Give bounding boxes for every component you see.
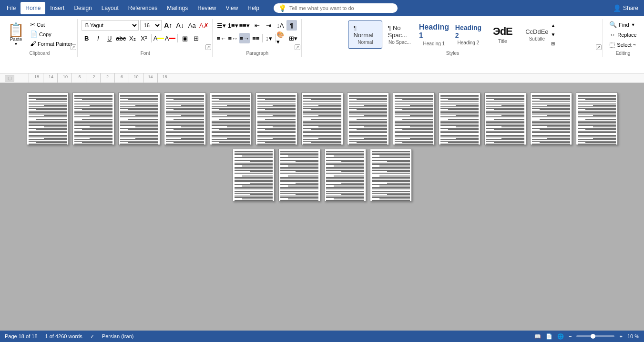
format-painter-button[interactable]: 🖌 Format Painter [28, 39, 74, 48]
cut-button[interactable]: ✂ Cut [28, 20, 74, 29]
subscript-button[interactable]: X₂ [127, 33, 138, 43]
change-case-button[interactable]: Aa [187, 20, 197, 31]
menu-references[interactable]: References [123, 2, 162, 14]
zoom-in-icon[interactable]: + [619, 333, 622, 339]
font-size-select[interactable]: 16 [140, 20, 162, 31]
superscript-button[interactable]: X² [139, 33, 149, 43]
style-nospace[interactable]: ¶ No Spac... No Spac... [382, 21, 417, 49]
style-nospace-label: No Spac... [388, 40, 411, 45]
align-center-button[interactable]: ≡↔ [228, 33, 238, 43]
page-thumbnail[interactable] [576, 93, 618, 145]
search-input[interactable] [289, 5, 385, 11]
increase-indent-button[interactable]: ⇥ [264, 20, 274, 31]
page-thumbnail[interactable] [324, 149, 366, 201]
font-name-select[interactable]: B Yagut [82, 20, 139, 31]
style-heading2[interactable]: Heading 2 Heading 2 [451, 21, 485, 49]
underline-button[interactable]: U [104, 33, 115, 43]
lightbulb-icon: 💡 [278, 4, 286, 12]
shading-para-button[interactable]: 🎨▾ [276, 33, 287, 43]
style-title[interactable]: ЭdЕ Title [485, 21, 520, 49]
page-thumbnail[interactable] [210, 93, 252, 145]
ruler-toggle[interactable]: ▢ [5, 75, 14, 82]
font-expand[interactable]: ↗ [205, 44, 211, 50]
strikethrough-button[interactable]: abc [116, 33, 126, 43]
language[interactable]: Persian (Iran) [102, 333, 134, 339]
numbering-button[interactable]: 1≡▾ [228, 20, 238, 31]
spell-check-icon[interactable]: ✓ [90, 333, 94, 340]
page-thumbnail[interactable] [370, 149, 412, 201]
text-highlight-button[interactable]: A [153, 33, 164, 43]
page-thumbnail[interactable] [27, 93, 69, 145]
print-layout-icon[interactable]: 📄 [546, 333, 552, 340]
multilevel-button[interactable]: ≡≡▾ [239, 20, 250, 31]
line-spacing-button[interactable]: ↕▾ [264, 33, 274, 43]
clipboard-expand[interactable]: ↗ [71, 44, 76, 50]
clipboard-actions: ✂ Cut 📄 Copy 🖌 Format Painter [28, 20, 74, 49]
borders-button[interactable]: ⊞ [191, 33, 202, 43]
sort-button[interactable]: ↕A [275, 20, 286, 31]
paragraph-expand[interactable]: ↗ [295, 44, 300, 50]
page-thumbnail[interactable] [164, 93, 206, 145]
paste-button[interactable]: 📋 Paste ▼ [5, 20, 27, 49]
style-subtitle[interactable]: CcDdEe Subtitle [520, 21, 548, 49]
italic-button[interactable]: I [93, 33, 103, 43]
decrease-indent-button[interactable]: ⇤ [252, 20, 263, 31]
paragraph-label: Paragraph [214, 51, 301, 56]
page-thumbnail[interactable] [301, 93, 343, 145]
style-heading1[interactable]: Heading 1 Heading 1 [417, 21, 451, 49]
align-right-button[interactable]: ≡→ [239, 33, 250, 43]
page-thumbnail[interactable] [72, 93, 114, 145]
find-button[interactable]: 🔍 Find ▼ [607, 20, 637, 29]
styles-expand[interactable]: ⊞ [549, 40, 557, 48]
page-thumbnail[interactable] [393, 93, 435, 145]
menu-insert[interactable]: Insert [45, 2, 69, 14]
menu-home[interactable]: Home [20, 2, 45, 14]
select-button[interactable]: ⬚ Select ~ [607, 40, 638, 49]
font-color-button[interactable]: A [165, 33, 175, 43]
borders-para-button[interactable]: ⊞▾ [288, 33, 298, 43]
menu-view[interactable]: View [221, 2, 243, 14]
read-mode-icon[interactable]: 📖 [534, 333, 541, 340]
menu-design[interactable]: Design [69, 2, 96, 14]
shading-button[interactable]: ▣ [180, 33, 190, 43]
zoom-out-icon[interactable]: − [569, 333, 572, 339]
justify-button[interactable]: ≡≡ [251, 33, 261, 43]
menu-file[interactable]: File [2, 2, 20, 14]
styles-expand-btn[interactable]: ↗ [596, 44, 602, 50]
zoom-slider[interactable] [576, 335, 614, 337]
menu-review[interactable]: Review [193, 2, 221, 14]
page-thumbnail[interactable] [278, 149, 320, 201]
page-thumbnail[interactable] [484, 93, 526, 145]
clear-format-button[interactable]: A✗ [199, 20, 209, 31]
replace-button[interactable]: ↔ Replace [607, 30, 638, 39]
pages-row-2 [233, 149, 412, 201]
zoom-level[interactable]: 10 % [627, 333, 639, 339]
bullets-button[interactable]: ☰▾ [216, 20, 227, 31]
align-left-button[interactable]: ≡← [216, 33, 227, 43]
ribbon: 📋 Paste ▼ ✂ Cut 📄 Copy 🖌 Format [0, 16, 644, 73]
page-info: Page 18 of 18 [5, 333, 38, 339]
menu-mailings[interactable]: Mailings [162, 2, 193, 14]
style-h2-label: Heading 2 [458, 40, 480, 45]
share-button[interactable]: 👤 Share [613, 4, 638, 12]
style-normal[interactable]: ¶ Normal Normal [348, 21, 382, 49]
page-thumbnail[interactable] [256, 93, 297, 145]
copy-button[interactable]: 📄 Copy [28, 30, 74, 39]
menu-layout[interactable]: Layout [97, 2, 123, 14]
menu-help[interactable]: Help [243, 2, 264, 14]
ruler-mark: -10 [57, 73, 72, 83]
web-layout-icon[interactable]: 🌐 [557, 333, 564, 340]
page-thumbnail[interactable] [530, 93, 572, 145]
bold-button[interactable]: B [82, 33, 92, 43]
page-thumbnail[interactable] [439, 93, 480, 145]
font-decrease-button[interactable]: A↓ [175, 20, 185, 31]
page-thumbnail[interactable] [347, 93, 389, 145]
show-paragraph-button[interactable]: ¶ [286, 20, 297, 31]
page-thumbnail[interactable] [118, 93, 160, 145]
font-group: B Yagut 16 A↑ A↓ Aa A✗ B I U abc X₂ X [79, 19, 213, 57]
styles-scroll-up[interactable]: ▲ [549, 21, 557, 30]
style-normal-label: Normal [358, 40, 373, 45]
styles-scroll-down[interactable]: ▼ [549, 31, 557, 39]
font-increase-button[interactable]: A↑ [163, 20, 174, 31]
page-thumbnail[interactable] [233, 149, 275, 201]
